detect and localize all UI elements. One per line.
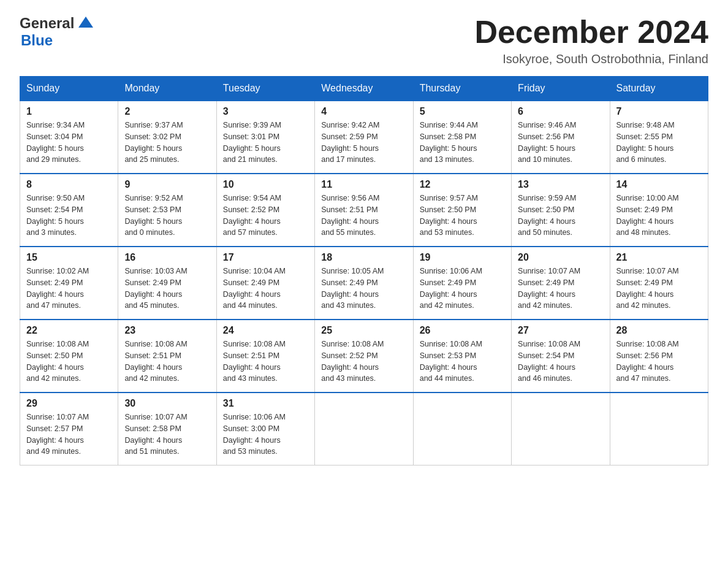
day-number: 14: [616, 179, 702, 190]
calendar-day-cell: 26 Sunrise: 10:08 AMSunset: 2:53 PMDayli…: [413, 320, 511, 393]
calendar-day-header: Friday: [512, 77, 610, 101]
calendar-day-cell: 12 Sunrise: 9:57 AMSunset: 2:50 PMDaylig…: [413, 174, 511, 247]
day-info: Sunrise: 9:50 AMSunset: 2:54 PMDaylight:…: [26, 193, 112, 239]
logo-general-text: General: [20, 15, 74, 32]
calendar-day-cell: [512, 393, 610, 465]
calendar-week-row: 15 Sunrise: 10:02 AMSunset: 2:49 PMDayli…: [20, 247, 708, 320]
calendar-day-cell: 16 Sunrise: 10:03 AMSunset: 2:49 PMDayli…: [118, 247, 216, 320]
calendar-day-cell: 20 Sunrise: 10:07 AMSunset: 2:49 PMDayli…: [512, 247, 610, 320]
calendar-day-cell: 11 Sunrise: 9:56 AMSunset: 2:51 PMDaylig…: [315, 174, 413, 247]
day-number: 27: [518, 325, 603, 336]
day-info: Sunrise: 10:08 AMSunset: 2:54 PMDaylight…: [518, 339, 603, 385]
day-info: Sunrise: 9:59 AMSunset: 2:50 PMDaylight:…: [518, 193, 603, 239]
page-header: General Blue December 2024 Isokyroe, Sou…: [20, 15, 708, 66]
calendar-day-cell: [610, 393, 708, 465]
calendar-day-cell: 27 Sunrise: 10:08 AMSunset: 2:54 PMDayli…: [512, 320, 610, 393]
logo-icon: [76, 14, 96, 31]
day-info: Sunrise: 10:08 AMSunset: 2:52 PMDaylight…: [321, 339, 406, 385]
day-number: 23: [124, 325, 210, 336]
day-number: 13: [518, 179, 603, 190]
day-info: Sunrise: 9:39 AMSunset: 3:01 PMDaylight:…: [223, 120, 308, 166]
day-info: Sunrise: 9:54 AMSunset: 2:52 PMDaylight:…: [223, 193, 308, 239]
calendar-day-cell: 2 Sunrise: 9:37 AMSunset: 3:02 PMDayligh…: [118, 101, 216, 174]
svg-marker-1: [78, 17, 93, 28]
calendar-day-cell: 31 Sunrise: 10:06 AMSunset: 3:00 PMDayli…: [216, 393, 314, 465]
calendar-day-cell: [413, 393, 511, 465]
calendar-day-cell: 6 Sunrise: 9:46 AMSunset: 2:56 PMDayligh…: [512, 101, 610, 174]
day-number: 21: [616, 252, 702, 263]
day-info: Sunrise: 10:08 AMSunset: 2:51 PMDaylight…: [223, 339, 308, 385]
calendar-day-header: Thursday: [413, 77, 511, 101]
day-number: 26: [420, 325, 505, 336]
calendar-day-header: Sunday: [20, 77, 118, 101]
calendar-day-cell: 5 Sunrise: 9:44 AMSunset: 2:58 PMDayligh…: [413, 101, 511, 174]
calendar-day-cell: 18 Sunrise: 10:05 AMSunset: 2:49 PMDayli…: [315, 247, 413, 320]
day-info: Sunrise: 10:04 AMSunset: 2:49 PMDaylight…: [223, 266, 308, 312]
day-info: Sunrise: 9:56 AMSunset: 2:51 PMDaylight:…: [321, 193, 406, 239]
day-number: 18: [321, 252, 406, 263]
calendar-day-cell: 8 Sunrise: 9:50 AMSunset: 2:54 PMDayligh…: [20, 174, 118, 247]
day-number: 7: [616, 106, 702, 117]
calendar-day-cell: 21 Sunrise: 10:07 AMSunset: 2:49 PMDayli…: [610, 247, 708, 320]
day-number: 17: [223, 252, 308, 263]
day-info: Sunrise: 9:42 AMSunset: 2:59 PMDaylight:…: [321, 120, 406, 166]
calendar-week-row: 22 Sunrise: 10:08 AMSunset: 2:50 PMDayli…: [20, 320, 708, 393]
day-info: Sunrise: 10:02 AMSunset: 2:49 PMDaylight…: [26, 266, 112, 312]
day-info: Sunrise: 10:05 AMSunset: 2:49 PMDaylight…: [321, 266, 406, 312]
logo: General Blue: [20, 15, 96, 49]
calendar-day-cell: 3 Sunrise: 9:39 AMSunset: 3:01 PMDayligh…: [216, 101, 314, 174]
day-info: Sunrise: 10:07 AMSunset: 2:49 PMDaylight…: [518, 266, 603, 312]
calendar-day-header: Wednesday: [315, 77, 413, 101]
day-number: 6: [518, 106, 603, 117]
day-number: 15: [26, 252, 112, 263]
calendar-week-row: 1 Sunrise: 9:34 AMSunset: 3:04 PMDayligh…: [20, 101, 708, 174]
day-info: Sunrise: 10:03 AMSunset: 2:49 PMDaylight…: [124, 266, 210, 312]
calendar-week-row: 8 Sunrise: 9:50 AMSunset: 2:54 PMDayligh…: [20, 174, 708, 247]
calendar-day-cell: 19 Sunrise: 10:06 AMSunset: 2:49 PMDayli…: [413, 247, 511, 320]
calendar-day-cell: 23 Sunrise: 10:08 AMSunset: 2:51 PMDayli…: [118, 320, 216, 393]
day-number: 20: [518, 252, 603, 263]
title-area: December 2024 Isokyroe, South Ostrobothn…: [474, 15, 708, 66]
day-number: 31: [223, 398, 308, 409]
logo-blue-text: Blue: [21, 32, 53, 48]
calendar-day-cell: 15 Sunrise: 10:02 AMSunset: 2:49 PMDayli…: [20, 247, 118, 320]
day-number: 5: [420, 106, 505, 117]
day-number: 11: [321, 179, 406, 190]
calendar-day-cell: 25 Sunrise: 10:08 AMSunset: 2:52 PMDayli…: [315, 320, 413, 393]
month-title: December 2024: [474, 15, 708, 50]
day-info: Sunrise: 9:44 AMSunset: 2:58 PMDaylight:…: [420, 120, 505, 166]
day-number: 2: [124, 106, 210, 117]
calendar-day-cell: 7 Sunrise: 9:48 AMSunset: 2:55 PMDayligh…: [610, 101, 708, 174]
day-info: Sunrise: 9:34 AMSunset: 3:04 PMDaylight:…: [26, 120, 112, 166]
calendar-day-cell: 29 Sunrise: 10:07 AMSunset: 2:57 PMDayli…: [20, 393, 118, 465]
day-number: 10: [223, 179, 308, 190]
calendar-day-cell: 14 Sunrise: 10:00 AMSunset: 2:49 PMDayli…: [610, 174, 708, 247]
calendar-day-cell: 28 Sunrise: 10:08 AMSunset: 2:56 PMDayli…: [610, 320, 708, 393]
day-number: 3: [223, 106, 308, 117]
calendar-day-cell: 1 Sunrise: 9:34 AMSunset: 3:04 PMDayligh…: [20, 101, 118, 174]
day-number: 12: [420, 179, 505, 190]
calendar-day-header: Tuesday: [216, 77, 314, 101]
day-info: Sunrise: 10:00 AMSunset: 2:49 PMDaylight…: [616, 193, 702, 239]
day-info: Sunrise: 10:08 AMSunset: 2:53 PMDaylight…: [420, 339, 505, 385]
day-info: Sunrise: 10:06 AMSunset: 2:49 PMDaylight…: [420, 266, 505, 312]
calendar-day-header: Saturday: [610, 77, 708, 101]
calendar-week-row: 29 Sunrise: 10:07 AMSunset: 2:57 PMDayli…: [20, 393, 708, 465]
day-info: Sunrise: 9:52 AMSunset: 2:53 PMDaylight:…: [124, 193, 210, 239]
day-info: Sunrise: 9:37 AMSunset: 3:02 PMDaylight:…: [124, 120, 210, 166]
day-number: 29: [26, 398, 112, 409]
calendar-day-cell: 10 Sunrise: 9:54 AMSunset: 2:52 PMDaylig…: [216, 174, 314, 247]
day-info: Sunrise: 10:08 AMSunset: 2:51 PMDaylight…: [124, 339, 210, 385]
day-info: Sunrise: 9:48 AMSunset: 2:55 PMDaylight:…: [616, 120, 702, 166]
calendar-header-row: SundayMondayTuesdayWednesdayThursdayFrid…: [20, 77, 708, 101]
day-info: Sunrise: 10:08 AMSunset: 2:56 PMDaylight…: [616, 339, 702, 385]
day-info: Sunrise: 10:07 AMSunset: 2:58 PMDaylight…: [124, 412, 210, 458]
day-number: 25: [321, 325, 406, 336]
calendar-day-cell: 13 Sunrise: 9:59 AMSunset: 2:50 PMDaylig…: [512, 174, 610, 247]
day-number: 9: [124, 179, 210, 190]
day-info: Sunrise: 9:46 AMSunset: 2:56 PMDaylight:…: [518, 120, 603, 166]
calendar-day-cell: [315, 393, 413, 465]
day-number: 16: [124, 252, 210, 263]
day-number: 4: [321, 106, 406, 117]
calendar-day-cell: 22 Sunrise: 10:08 AMSunset: 2:50 PMDayli…: [20, 320, 118, 393]
